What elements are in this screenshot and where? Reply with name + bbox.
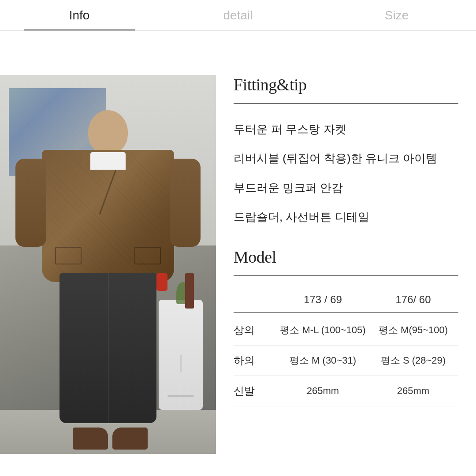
model-shoe-left <box>73 428 108 450</box>
tab-bar: Info detail Size <box>0 0 476 31</box>
product-info: Fitting&tip 두터운 퍼 무스탕 자켓 리버시블 (뒤집어 착용)한 … <box>216 75 476 476</box>
fitting-tip-1: 두터운 퍼 무스탕 자켓 <box>234 121 458 137</box>
fitting-tip-2: 리버시블 (뒤집어 착용)한 유니크 아이템 <box>234 150 458 166</box>
tab-detail[interactable]: detail <box>159 0 317 30</box>
model-jacket <box>42 150 174 282</box>
row-bottom-model2: 평소 S (28~29) <box>368 354 458 367</box>
main-content: Fitting&tip 두터운 퍼 무스탕 자켓 리버시블 (뒤집어 착용)한 … <box>0 31 476 476</box>
table-row-shoes: 신발 265mm 265mm <box>234 376 458 406</box>
tab-size[interactable]: Size <box>317 0 476 30</box>
model-header-col1: 173 / 69 <box>278 294 368 306</box>
model-section: Model 173 / 69 176/ 60 상의 평소 M-L (100~10… <box>234 247 458 406</box>
model-header-col2: 176/ 60 <box>368 294 458 306</box>
model-title: Model <box>234 247 458 267</box>
product-image <box>0 75 216 454</box>
row-top-model1: 평소 M-L (100~105) <box>278 324 368 337</box>
product-image-container <box>0 75 216 454</box>
row-shoes-model2: 265mm <box>368 385 458 397</box>
row-bottom-model1: 평소 M (30~31) <box>278 354 368 367</box>
table-row-bottom: 하의 평소 M (30~31) 평소 S (28~29) <box>234 346 458 376</box>
fitting-divider <box>234 103 458 104</box>
model-shoe-right <box>112 428 148 450</box>
model-table-header: 173 / 69 176/ 60 <box>234 294 458 313</box>
row-shoes-model1: 265mm <box>278 385 368 397</box>
tab-info[interactable]: Info <box>0 0 159 30</box>
fitting-tip-4: 드랍숄더, 사선버튼 디테일 <box>234 209 458 225</box>
model-divider <box>234 275 458 276</box>
row-label-shoes: 신발 <box>234 384 278 398</box>
row-label-top: 상의 <box>234 323 278 337</box>
model-header-label <box>234 294 278 306</box>
fitting-tips: 두터운 퍼 무스탕 자켓 리버시블 (뒤집어 착용)한 유니크 아이템 부드러운… <box>234 121 458 225</box>
model-table: 173 / 69 176/ 60 상의 평소 M-L (100~105) 평소 … <box>234 294 458 406</box>
row-top-model2: 평소 M(95~100) <box>368 324 458 337</box>
fitting-title: Fitting&tip <box>234 75 458 94</box>
model-pants <box>60 273 156 423</box>
table-row-top: 상의 평소 M-L (100~105) 평소 M(95~100) <box>234 315 458 346</box>
row-label-bottom: 하의 <box>234 353 278 368</box>
fitting-tip-3: 부드러운 밍크퍼 안감 <box>234 180 458 196</box>
fitting-section: Fitting&tip 두터운 퍼 무스탕 자켓 리버시블 (뒤집어 착용)한 … <box>234 75 458 225</box>
